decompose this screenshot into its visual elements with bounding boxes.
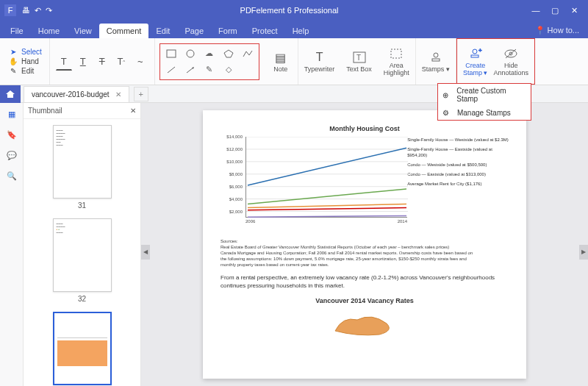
select-tool[interactable]: ➤Select: [4, 47, 45, 57]
document-viewport[interactable]: ◀ ▶ Monthly Housing Cost $2,000$4,000$6,…: [141, 103, 588, 386]
connected-lines-tool[interactable]: [241, 48, 254, 60]
stamp-manage-icon: ⚙: [442, 109, 454, 117]
typewriter-icon: T: [316, 50, 323, 65]
chart2-title: Vancouver 2014 Vacancy Rates: [220, 297, 509, 304]
app-title: PDFelement 6 Professional: [52, 6, 526, 15]
print-icon[interactable]: 🖶: [22, 6, 30, 15]
thumbnail-item[interactable]: ▬▬▬▬▬▬▬▬▬▬▬▬▬▬▬▬▬▬▬31: [24, 125, 140, 210]
cloud-tool[interactable]: ☁: [203, 48, 216, 60]
thumbnail-item[interactable]: 33: [24, 312, 140, 386]
thumbnail-item[interactable]: ▬▬▬▬▬▬▬● ●▬▬▬32: [24, 218, 140, 303]
document-tab[interactable]: vancouver-2016-budget✕: [24, 86, 129, 102]
create-stamp-icon: +: [469, 46, 482, 61]
svg-point-1: [187, 50, 194, 57]
shapes-group: ☁ ✎ ◇: [159, 43, 259, 80]
menu-file[interactable]: File: [3, 24, 31, 38]
caret-tool[interactable]: T^: [113, 53, 129, 71]
circle-tool[interactable]: [184, 48, 197, 60]
stamp-plus-icon: ⊕: [442, 91, 453, 99]
create-custom-stamp-item[interactable]: ⊕Create Custom Stamp: [438, 84, 531, 106]
svg-rect-0: [167, 50, 176, 57]
svg-text:T: T: [356, 54, 361, 62]
edit-tool[interactable]: ✎Edit: [4, 66, 37, 76]
housing-cost-chart: $2,000$4,000$6,000$8,000$10,000$12,000$1…: [220, 137, 403, 232]
squiggly-tool[interactable]: ~: [132, 53, 148, 71]
textbox-button[interactable]: TText Box: [343, 49, 375, 74]
underline-tool[interactable]: T: [75, 53, 91, 71]
svg-line-26: [248, 189, 406, 204]
note-icon: ▤: [275, 50, 286, 65]
main-area: ▦ 🔖 💬 🔍 Thumbnail✕ ▬▬▬▬▬▬▬▬▬▬▬▬▬▬▬▬▬▬▬31…: [0, 103, 588, 386]
svg-marker-2: [224, 50, 233, 57]
menu-edit[interactable]: Edit: [148, 24, 177, 38]
close-thumbnail-icon[interactable]: ✕: [130, 107, 136, 115]
cursor-icon: ➤: [7, 48, 19, 56]
menu-protect[interactable]: Protect: [245, 24, 285, 38]
pencil-icon: ✎: [7, 67, 19, 75]
thumbnail-panel: Thumbnail✕ ▬▬▬▬▬▬▬▬▬▬▬▬▬▬▬▬▬▬▬31 ▬▬▬▬▬▬▬…: [24, 103, 141, 386]
prev-page-button[interactable]: ◀: [141, 245, 150, 260]
minimize-button[interactable]: ―: [526, 3, 545, 18]
rectangle-tool[interactable]: [165, 48, 178, 60]
pencil-draw-tool[interactable]: ✎: [203, 64, 216, 76]
bookmark-panel-button[interactable]: 🔖: [5, 128, 18, 141]
menu-home[interactable]: Home: [31, 24, 67, 38]
svg-line-29: [248, 215, 406, 217]
howto-link[interactable]: 📍 How to...: [529, 23, 585, 38]
side-tools: ▦ 🔖 💬 🔍: [0, 103, 24, 386]
thumbnail-list[interactable]: ▬▬▬▬▬▬▬▬▬▬▬▬▬▬▬▬▬▬▬31 ▬▬▬▬▬▬▬● ●▬▬▬32 33: [24, 119, 140, 386]
hide-icon: [503, 46, 518, 61]
home-tab-button[interactable]: [0, 85, 21, 103]
close-tab-icon[interactable]: ✕: [115, 90, 121, 99]
chart-sources: Sources: Real Estate Board of Greater Va…: [220, 238, 509, 268]
manage-stamps-item[interactable]: ⚙Manage Stamps: [438, 106, 531, 120]
strikethrough-tool[interactable]: T: [94, 53, 110, 71]
redo-icon[interactable]: ↷: [46, 6, 52, 15]
svg-line-25: [248, 148, 406, 185]
close-button[interactable]: ✕: [564, 3, 584, 18]
polygon-tool[interactable]: [222, 48, 235, 60]
hand-tool[interactable]: ✋Hand: [4, 57, 42, 66]
menubar: File Home View Comment Edit Page Form Pr…: [0, 21, 588, 38]
svg-line-3: [168, 67, 175, 73]
svg-text:+: +: [478, 48, 482, 54]
ribbon: ➤Select ✋Hand ✎Edit T T T T^ ~ ☁ ✎ ◇: [0, 38, 588, 85]
hide-annotations-button[interactable]: Hide Annotations: [490, 45, 531, 78]
undo-icon[interactable]: ↶: [35, 6, 41, 15]
create-stamp-button[interactable]: +Create Stamp ▾: [460, 45, 491, 78]
next-page-button[interactable]: ▶: [579, 245, 588, 260]
svg-line-27: [248, 204, 406, 207]
line-tool[interactable]: [165, 64, 178, 76]
menu-page[interactable]: Page: [177, 24, 211, 38]
stamps-button[interactable]: Stamps ▾: [419, 49, 453, 74]
search-panel-button[interactable]: 🔍: [5, 169, 18, 182]
menu-view[interactable]: View: [67, 24, 99, 38]
map-graphic: [320, 309, 409, 338]
highlight-tool[interactable]: T: [56, 53, 72, 71]
svg-rect-10: [432, 59, 440, 61]
svg-point-11: [473, 49, 477, 54]
note-button[interactable]: ▤Note: [267, 49, 295, 74]
textbox-icon: T: [353, 50, 366, 65]
add-tab-button[interactable]: +: [134, 87, 148, 101]
thumbnail-header: Thumbnail✕: [24, 103, 140, 119]
body-paragraph: From a rental perspective, an extremely …: [220, 274, 509, 290]
svg-point-9: [434, 53, 438, 57]
area-highlight-icon: [390, 46, 403, 61]
thumbnail-panel-button[interactable]: ▦: [5, 107, 18, 121]
comment-panel-button[interactable]: 💬: [5, 149, 18, 162]
stamp-icon: [429, 50, 442, 65]
app-logo: F: [4, 4, 16, 16]
menu-form[interactable]: Form: [211, 24, 245, 38]
chart-title: Monthly Housing Cost: [220, 125, 509, 132]
area-highlight-button[interactable]: Area Highlight: [381, 45, 412, 78]
typewriter-button[interactable]: TTypewriter: [301, 49, 338, 74]
menu-comment[interactable]: Comment: [99, 24, 149, 38]
pdf-page: Monthly Housing Cost $2,000$4,000$6,000$…: [203, 110, 526, 379]
maximize-button[interactable]: ▢: [545, 3, 564, 18]
titlebar: F 🖶 ↶ ↷ PDFelement 6 Professional ― ▢ ✕: [0, 0, 588, 21]
svg-line-28: [248, 207, 406, 210]
arrow-tool[interactable]: [184, 64, 197, 76]
eraser-tool[interactable]: ◇: [222, 64, 235, 76]
menu-help[interactable]: Help: [285, 24, 317, 38]
